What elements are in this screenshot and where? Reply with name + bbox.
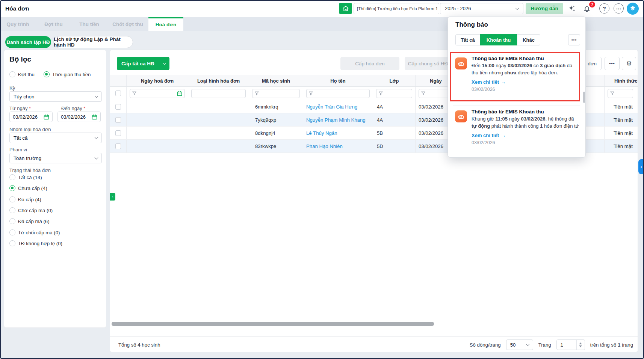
filter-tab-khac[interactable]: Khác bbox=[517, 34, 540, 45]
row-checkbox[interactable] bbox=[115, 130, 121, 136]
status-option-tu-choi[interactable]: Từ chối cấp mã (0) bbox=[9, 229, 102, 235]
tab-dot-thu[interactable]: Đợt thu bbox=[36, 17, 71, 31]
row-checkbox[interactable] bbox=[115, 104, 121, 110]
notification-item[interactable]: Thông báo từ EMIS Khoản thu Khung giờ 11… bbox=[448, 108, 585, 158]
student-name-link[interactable]: Phan Hạo Nhiên bbox=[306, 143, 343, 149]
notification-date: 03/02/2026 bbox=[472, 87, 579, 92]
top-bar: Hóa đơn [Thí điểm] Trường tiểu học Edu P… bbox=[0, 0, 644, 17]
issue-all-split-button[interactable]: Cấp tất cả HĐ bbox=[117, 57, 169, 70]
arrow-right-icon: → bbox=[501, 133, 506, 138]
page-stepper[interactable] bbox=[576, 340, 585, 350]
gear-icon: ⚙ bbox=[626, 60, 632, 68]
notification-item[interactable]: Thông báo từ EMIS Khoản thu Đến 15:00 ng… bbox=[448, 52, 585, 102]
profile-icon bbox=[629, 5, 636, 12]
filter-tab-all[interactable]: Tất cả bbox=[455, 34, 480, 45]
student-name-link[interactable]: Nguyễn Trần Gia Hưng bbox=[306, 104, 357, 110]
more-menu-button[interactable]: ⋯ bbox=[614, 3, 624, 14]
home-icon bbox=[342, 5, 349, 12]
status-option-td-khong-hop-le[interactable]: TĐ không hợp lệ (0) bbox=[9, 240, 102, 246]
status-option-cho-cap-ma[interactable]: Chờ cấp mã (0) bbox=[9, 207, 102, 213]
subnav-auto-history-button[interactable]: Lịch sử tự động Lập & Phát hành HĐ bbox=[53, 36, 133, 48]
filter-invoice-type-input[interactable] bbox=[191, 89, 246, 98]
student-code: 6mmknkrq bbox=[249, 100, 303, 113]
school-name: [Thí điểm] Trường tiểu học Edu Platform … bbox=[357, 6, 438, 11]
from-date-input[interactable]: 03/02/2026 bbox=[9, 112, 53, 122]
status-label: Trạng thái hóa đơn bbox=[9, 167, 102, 173]
tab-hoa-don[interactable]: Hoá đơn bbox=[148, 17, 183, 31]
school-selector[interactable]: [Thí điểm] Trường tiểu học Edu Platform … bbox=[354, 3, 439, 14]
notification-badge: 7 bbox=[588, 1, 596, 8]
view-detail-link[interactable]: Xem chi tiết → bbox=[472, 133, 579, 138]
filter-tab-khoan-thu[interactable]: Khoản thu bbox=[480, 34, 517, 45]
issue-invoice-button[interactable]: Cấp hóa đơn bbox=[340, 57, 399, 70]
period-select[interactable]: Tùy chọn bbox=[9, 91, 102, 102]
home-button[interactable] bbox=[339, 3, 352, 14]
filter-mode-dot-thu[interactable]: Đợt thu bbox=[9, 71, 35, 77]
filter-method-input[interactable] bbox=[608, 89, 633, 98]
avatar[interactable] bbox=[627, 3, 639, 15]
notifications-button[interactable]: 7 bbox=[581, 3, 593, 14]
calendar-icon bbox=[177, 91, 182, 96]
page-input[interactable]: 1 bbox=[556, 339, 585, 350]
view-detail-link[interactable]: Xem chi tiết → bbox=[472, 79, 579, 85]
funnel-icon bbox=[610, 91, 614, 95]
funnel-icon bbox=[132, 91, 136, 95]
sidebar-collapse-handle[interactable]: ‹ bbox=[110, 193, 115, 201]
calendar-icon bbox=[92, 114, 97, 120]
row-checkbox[interactable] bbox=[115, 117, 121, 123]
chevron-down-icon bbox=[516, 6, 519, 10]
guide-button[interactable]: Hướng dẫn bbox=[526, 3, 563, 14]
question-icon: ? bbox=[599, 3, 609, 14]
filter-student-code-input[interactable] bbox=[252, 89, 300, 98]
student-name-link[interactable]: Lê Thủy Ngân bbox=[306, 130, 337, 136]
status-option-chua-cap[interactable]: Chưa cấp (4) bbox=[9, 185, 102, 191]
col-student-code: Mã học sinh bbox=[249, 75, 303, 86]
filter-invoice-date-input[interactable] bbox=[130, 89, 185, 98]
tab-quy-trinh[interactable]: Quy trình bbox=[0, 17, 36, 31]
issue-shared-number-button[interactable]: Cấp chung số HĐ bbox=[405, 57, 451, 70]
issue-all-dropdown[interactable] bbox=[159, 57, 169, 70]
student-class: 4A bbox=[373, 100, 416, 113]
right-panel-expand-handle[interactable]: ‹ bbox=[638, 159, 644, 174]
notification-popup: Thông báo Tất cả Khoản thu Khác ••• Thôn… bbox=[447, 16, 586, 158]
table-settings-button[interactable]: ⚙ bbox=[622, 57, 636, 70]
notification-text: Đến 15:00 ngày 03/02/2026 có 3 giao dịch… bbox=[472, 62, 579, 77]
issue-all-label: Cấp tất cả HĐ bbox=[117, 57, 159, 70]
ai-assistant-button[interactable] bbox=[566, 3, 577, 14]
status-option-da-cap-ma[interactable]: Đã cấp mã (6) bbox=[9, 218, 102, 224]
school-year-select[interactable]: 2025 - 2026 bbox=[440, 3, 523, 14]
scope-select[interactable]: Toàn trường bbox=[9, 153, 102, 163]
tab-thu-tien[interactable]: Thu tiền bbox=[71, 17, 107, 31]
page-label: Trang bbox=[538, 342, 551, 348]
popup-title: Thông báo bbox=[455, 21, 488, 29]
filter-class-input[interactable] bbox=[376, 89, 412, 98]
filter-full-name-input[interactable] bbox=[306, 89, 370, 98]
status-option-all[interactable]: Tất cả (14) bbox=[9, 174, 102, 180]
status-option-da-cap[interactable]: Đã cấp (4) bbox=[9, 196, 102, 202]
filter-mode-thoi-gian[interactable]: Thời gian thu tiền bbox=[44, 71, 91, 77]
rows-per-page-select[interactable]: 50 bbox=[506, 339, 533, 350]
divider bbox=[453, 106, 580, 106]
popup-scrollbar[interactable] bbox=[583, 92, 585, 103]
invoice-group-select[interactable]: Tất cả bbox=[9, 133, 102, 143]
payment-method: Tiền mặt bbox=[605, 140, 638, 152]
payment-method: Tiền mặt bbox=[605, 127, 638, 139]
payment-method: Tiền mặt bbox=[605, 113, 638, 126]
help-button[interactable]: ? bbox=[599, 3, 609, 14]
funnel-icon bbox=[379, 91, 383, 95]
to-date-input[interactable]: 03/02/2026 bbox=[57, 112, 101, 122]
horizontal-scrollbar[interactable] bbox=[112, 322, 434, 326]
row-checkbox[interactable] bbox=[115, 143, 121, 149]
table-more-button[interactable]: ••• bbox=[605, 57, 620, 70]
notification-filter-group: Tất cả Khoản thu Khác bbox=[455, 34, 540, 45]
popup-more-button[interactable]: ••• bbox=[568, 34, 580, 45]
radio-selected-icon bbox=[44, 71, 50, 77]
funnel-icon bbox=[309, 91, 313, 95]
subnav-invoice-list-button[interactable]: Danh sách lập HĐ bbox=[5, 36, 51, 48]
ellipsis-icon: ⋯ bbox=[614, 3, 624, 14]
to-date-label: Đến ngày * bbox=[61, 106, 102, 111]
tab-chot-dot-thu[interactable]: Chốt đợt thu bbox=[107, 17, 148, 31]
table-footer: Tổng số 4 học sinh Số dòng/trang 50 Tran… bbox=[110, 336, 638, 352]
select-all-checkbox[interactable] bbox=[115, 91, 121, 96]
student-name-link[interactable]: Nguyễn Phạm Minh Khang bbox=[306, 117, 366, 123]
